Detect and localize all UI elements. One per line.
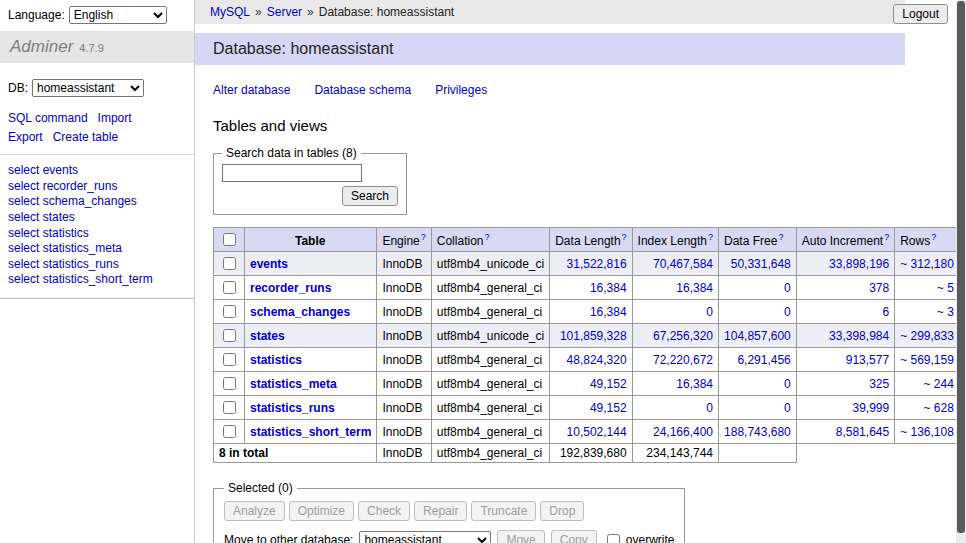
table-name-link[interactable]: statistics [250,353,302,367]
table-name-link[interactable]: recorder_runs [250,281,331,295]
sidebar-table-link[interactable]: select statistics_short_term [8,272,153,286]
row-checkbox[interactable] [223,281,236,294]
selected-action-button[interactable]: Optimize [289,501,354,521]
select-all-checkbox[interactable] [223,233,236,246]
copy-button[interactable]: Copy [551,530,597,543]
db-action-link[interactable]: Privileges [435,83,487,97]
data-free-link[interactable]: 50,331,648 [731,257,791,271]
data-length-link[interactable]: 49,152 [590,401,627,415]
data-free-link[interactable]: 6,291,456 [737,353,790,367]
vertical-scrollbar[interactable] [956,0,966,543]
rows-link[interactable]: ~ 244 [924,377,954,391]
index-length-link[interactable]: 67,256,320 [653,329,713,343]
sidebar-table-link[interactable]: select recorder_runs [8,179,117,193]
table-name-link[interactable]: statistics_runs [250,401,335,415]
index-length-link[interactable]: 72,220,672 [653,353,713,367]
sidebar-tables-nav: select eventsselect recorder_runsselect … [0,154,194,299]
sidebar-command-link[interactable]: Create table [53,130,118,144]
rows-link[interactable]: ~ 569,159 [900,353,954,367]
db-action-link[interactable]: Database schema [314,83,411,97]
breadcrumb-server-link[interactable]: Server [267,5,302,19]
data-length-link[interactable]: 31,522,816 [567,257,627,271]
data-free-link[interactable]: 104,857,600 [724,329,791,343]
search-button[interactable]: Search [342,186,398,206]
rows-link[interactable]: ~ 3 [937,305,954,319]
sidebar-table-link[interactable]: select statistics_meta [8,241,122,255]
row-checkbox[interactable] [223,425,236,438]
data-free-link[interactable]: 0 [784,401,791,415]
data-length-link[interactable]: 16,384 [590,281,627,295]
index-length-link[interactable]: 16,384 [676,281,713,295]
rows-link[interactable]: ~ 136,108 [900,425,954,439]
auto-increment-link[interactable]: 325 [869,377,889,391]
breadcrumb-mysql-link[interactable]: MySQL [210,5,250,19]
sidebar-table-link[interactable]: select statistics_runs [8,257,119,271]
scrollbar-thumb[interactable] [957,1,965,533]
row-checkbox[interactable] [223,329,236,342]
column-help-link[interactable]: ? [708,232,713,242]
column-help-link[interactable]: ? [421,232,426,242]
table-name-link[interactable]: states [250,329,285,343]
sidebar-command-link[interactable]: Import [98,111,132,125]
sidebar-table-link[interactable]: select schema_changes [8,194,137,208]
auto-increment-link[interactable]: 378 [869,281,889,295]
data-length-link[interactable]: 16,384 [590,305,627,319]
index-length-link[interactable]: 0 [706,401,713,415]
index-length-link[interactable]: 70,467,584 [653,257,713,271]
auto-increment-link[interactable]: 8,581,645 [836,425,889,439]
data-length-link[interactable]: 101,859,328 [560,329,627,343]
row-checkbox[interactable] [223,377,236,390]
column-help-link[interactable]: ? [884,232,889,242]
selected-action-button[interactable]: Check [358,501,410,521]
data-free-link[interactable]: 0 [784,377,791,391]
search-input[interactable] [222,164,362,182]
selected-action-button[interactable]: Truncate [471,501,536,521]
overwrite-checkbox[interactable] [607,534,620,543]
data-length-link[interactable]: 10,502,144 [567,425,627,439]
row-checkbox[interactable] [223,401,236,414]
column-help-link[interactable]: ? [622,232,627,242]
table-name-link[interactable]: events [250,257,288,271]
data-free-link[interactable]: 188,743,680 [724,425,791,439]
index-length-link[interactable]: 24,166,400 [653,425,713,439]
breadcrumb: MySQL»Server»Database: homeassistant [195,0,905,24]
data-length-link[interactable]: 48,824,320 [567,353,627,367]
column-help-link[interactable]: ? [484,232,489,242]
auto-increment-link[interactable]: 39,999 [852,401,889,415]
row-checkbox[interactable] [223,305,236,318]
selected-action-button[interactable]: Drop [540,501,584,521]
table-name-link[interactable]: schema_changes [250,305,350,319]
data-free-link[interactable]: 0 [784,305,791,319]
sidebar-command-link[interactable]: Export [8,130,43,144]
column-help-link[interactable]: ? [931,232,936,242]
auto-increment-link[interactable]: 33,398,984 [829,329,889,343]
rows-link[interactable]: ~ 312,180 [900,257,954,271]
sidebar-command-link[interactable]: SQL command [8,111,88,125]
rows-link[interactable]: ~ 299,833 [900,329,954,343]
move-database-select[interactable]: homeassistant [359,531,491,543]
index-length-link[interactable]: 16,384 [676,377,713,391]
data-length-link[interactable]: 49,152 [590,377,627,391]
selected-action-button[interactable]: Analyze [224,501,285,521]
row-checkbox[interactable] [223,257,236,270]
auto-increment-link[interactable]: 913,577 [846,353,889,367]
table-name-link[interactable]: statistics_short_term [250,425,371,439]
column-help-link[interactable]: ? [778,232,783,242]
language-select[interactable]: English [69,6,167,24]
sidebar-table-link[interactable]: select statistics [8,226,89,240]
move-button[interactable]: Move [497,530,544,543]
logout-button[interactable]: Logout [893,4,948,24]
table-name-link[interactable]: statistics_meta [250,377,337,391]
db-select[interactable]: homeassistant [32,79,144,97]
auto-increment-link[interactable]: 33,898,196 [829,257,889,271]
sidebar-table-link[interactable]: select events [8,163,78,177]
db-action-link[interactable]: Alter database [213,83,290,97]
auto-increment-link[interactable]: 6 [882,305,889,319]
sidebar-table-link[interactable]: select states [8,210,75,224]
rows-link[interactable]: ~ 628 [924,401,954,415]
index-length-link[interactable]: 0 [706,305,713,319]
data-free-link[interactable]: 0 [784,281,791,295]
rows-link[interactable]: ~ 5 [937,281,954,295]
selected-action-button[interactable]: Repair [414,501,467,521]
row-checkbox[interactable] [223,353,236,366]
